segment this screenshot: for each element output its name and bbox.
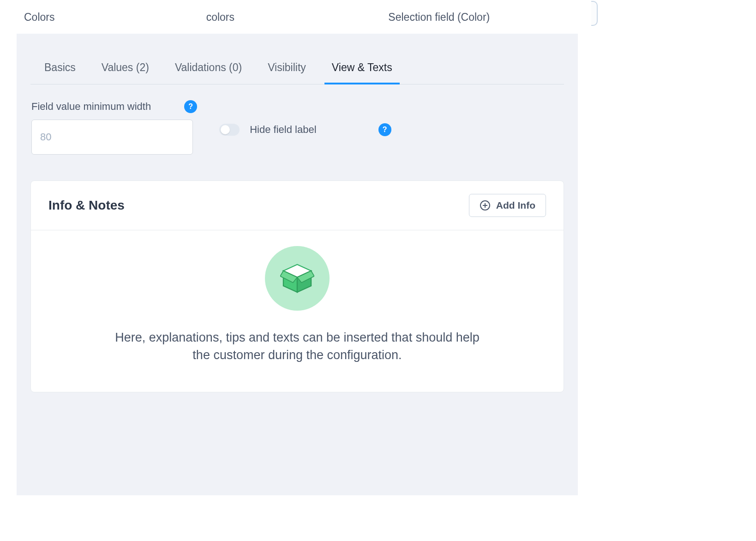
min-width-field-group: Field value minimum width ? — [31, 100, 197, 155]
tab-values[interactable]: Values (2) — [101, 56, 150, 84]
plus-circle-icon — [480, 200, 491, 211]
header-field-name: Colors — [24, 11, 206, 24]
main-panel: Basics Values (2) Validations (0) Visibi… — [17, 34, 578, 495]
info-notes-body: Here, explanations, tips and texts can b… — [31, 230, 564, 392]
info-notes-card: Info & Notes Add Info — [30, 180, 564, 392]
hide-label-text: Hide field label — [250, 124, 316, 136]
add-info-label: Add Info — [496, 200, 535, 211]
tabs-bar: Basics Values (2) Validations (0) Visibi… — [30, 56, 564, 84]
min-width-input[interactable] — [31, 120, 193, 155]
min-width-label: Field value minimum width — [31, 101, 151, 113]
info-notes-header: Info & Notes Add Info — [31, 181, 564, 230]
help-icon[interactable]: ? — [378, 123, 391, 136]
info-notes-title: Info & Notes — [48, 198, 125, 213]
tab-basics[interactable]: Basics — [43, 56, 77, 84]
toggle-knob-icon — [221, 125, 230, 134]
adjacent-panel-edge — [591, 1, 598, 26]
tab-view-texts[interactable]: View & Texts — [331, 56, 393, 84]
tab-visibility[interactable]: Visibility — [267, 56, 307, 84]
view-texts-form: Field value minimum width ? Hide field l… — [30, 100, 564, 155]
empty-state-text: Here, explanations, tips and texts can b… — [108, 329, 486, 364]
header-row: Colors colors Selection field (Color) — [0, 0, 594, 34]
add-info-button[interactable]: Add Info — [469, 194, 546, 217]
hide-label-group: Hide field label ? — [219, 123, 391, 136]
empty-state-circle — [265, 246, 330, 311]
help-icon[interactable]: ? — [184, 100, 197, 113]
header-field-type: Selection field (Color) — [388, 11, 570, 24]
hide-label-toggle[interactable] — [219, 124, 240, 136]
header-field-key: colors — [206, 11, 389, 24]
tab-validations[interactable]: Validations (0) — [174, 56, 243, 84]
box-icon — [280, 261, 314, 295]
